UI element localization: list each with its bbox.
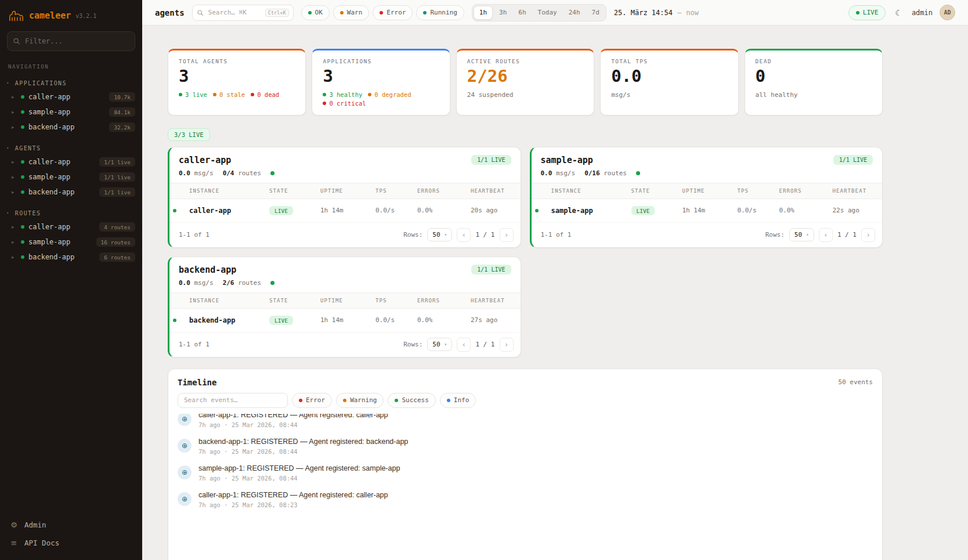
main-scroll-area[interactable]: TOTAL AGENTS 3 3 live 0 stale 0 dead APP… bbox=[142, 26, 968, 560]
timeline-chip-warning[interactable]: Warning bbox=[336, 393, 384, 408]
range-1h[interactable]: 1h bbox=[474, 6, 493, 20]
tps-value: 0.0 bbox=[179, 169, 190, 177]
live-count-badge: 1/1 LIVE bbox=[471, 155, 511, 165]
instance-row[interactable]: caller-app LIVE 1h 14m 0.0/s 0.0% 20s ag… bbox=[169, 198, 521, 222]
nav-heading: NAVIGATION bbox=[0, 53, 142, 70]
filter-chip-warn[interactable]: Warn bbox=[333, 5, 370, 20]
footer-label: Admin bbox=[24, 521, 46, 529]
range-7d[interactable]: 7d bbox=[587, 6, 605, 20]
rows-per-page-select[interactable]: 50 ▾ bbox=[427, 228, 452, 241]
status-dot bbox=[308, 11, 312, 15]
item-badge: 4 routes bbox=[99, 222, 135, 232]
collapse-marker-icon: · bbox=[5, 211, 11, 215]
chip-label: Running bbox=[430, 9, 457, 16]
rows-label: Rows: bbox=[403, 231, 422, 239]
col-header: INSTANCE bbox=[186, 292, 266, 308]
sidebar-item-admin[interactable]: ⚙ Admin bbox=[9, 521, 133, 529]
app-logo[interactable]: cameleer v3.2.1 bbox=[0, 0, 142, 26]
avatar[interactable]: AD bbox=[940, 5, 955, 20]
state-badge: LIVE bbox=[631, 206, 655, 215]
col-header: UPTIME bbox=[317, 292, 372, 308]
chevron-right-icon: ▸ bbox=[12, 224, 17, 230]
chevron-right-icon: ▸ bbox=[12, 124, 17, 130]
range-today[interactable]: Today bbox=[533, 6, 562, 20]
instance-row[interactable]: sample-app LIVE 1h 14m 0.0/s 0.0% 22s ag… bbox=[532, 198, 883, 222]
prev-page-button[interactable]: ‹ bbox=[819, 228, 833, 242]
stat-value: 2/26 bbox=[467, 67, 583, 86]
timeline-event: ⊕ backend-app-1: REGISTERED — Agent regi… bbox=[178, 433, 873, 460]
sidebar-agent-backend-app[interactable]: ▸ backend-app 1/1 live bbox=[0, 185, 142, 200]
sidebar-agent-caller-app[interactable]: ▸ caller-app 1/1 live bbox=[0, 154, 142, 169]
instance-row[interactable]: backend-app LIVE 1h 14m 0.0/s 0.0% 27s a… bbox=[169, 308, 521, 332]
chevron-right-icon: ▸ bbox=[12, 159, 17, 165]
tps-cell: 0.0/s bbox=[372, 308, 414, 332]
status-dot bbox=[535, 209, 539, 212]
username[interactable]: admin bbox=[912, 9, 933, 17]
item-badge: 1/1 live bbox=[99, 157, 135, 167]
uptime-cell: 1h 14m bbox=[679, 198, 734, 222]
sidebar-app-caller-app[interactable]: ▸ caller-app 10.7k bbox=[0, 89, 142, 104]
timeline-events-list[interactable]: ⊕ caller-app-1: REGISTERED — Agent regis… bbox=[168, 414, 882, 560]
next-page-button[interactable]: › bbox=[500, 338, 514, 352]
filter-chip-running[interactable]: Running bbox=[416, 5, 464, 20]
item-label: caller-app bbox=[28, 158, 95, 166]
timeline-chip-error[interactable]: Error bbox=[292, 393, 332, 408]
sidebar-route-caller-app[interactable]: ▸ caller-app 4 routes bbox=[0, 219, 142, 234]
rows-per-page-select[interactable]: 50 ▾ bbox=[789, 228, 814, 241]
rows-per-page-select[interactable]: 50 ▾ bbox=[427, 338, 452, 351]
chevron-right-icon: ▸ bbox=[12, 109, 17, 115]
timeline-panel: Timeline 50 events Error Warning bbox=[168, 368, 883, 560]
chip-label: Warn bbox=[347, 9, 363, 16]
prev-page-button[interactable]: ‹ bbox=[457, 338, 471, 352]
range-3h[interactable]: 3h bbox=[494, 6, 512, 20]
range-24h[interactable]: 24h bbox=[564, 6, 586, 20]
collapse-marker-icon: · bbox=[5, 81, 11, 85]
uptime-cell: 1h 14m bbox=[317, 198, 372, 222]
timeline-search-input[interactable] bbox=[178, 393, 288, 408]
timeline-chip-success[interactable]: Success bbox=[388, 393, 435, 408]
global-search[interactable]: Ctrl+K bbox=[192, 5, 294, 21]
timeline-chip-info[interactable]: Info bbox=[440, 393, 476, 408]
col-header: HEARTBEAT bbox=[829, 183, 883, 198]
instances-table: INSTANCE STATE UPTIME TPS ERRORS HEARTBE… bbox=[532, 183, 883, 223]
sidebar-app-backend-app[interactable]: ▸ backend-app 32.2k bbox=[0, 120, 142, 135]
next-page-button[interactable]: › bbox=[861, 228, 875, 242]
section-label: ROUTES bbox=[15, 210, 41, 216]
range-6h[interactable]: 6h bbox=[513, 6, 531, 20]
sidebar-item-api-docs[interactable]: ≡ API Docs bbox=[9, 539, 133, 547]
sidebar-route-sample-app[interactable]: ▸ sample-app 16 routes bbox=[0, 234, 142, 250]
sidebar-filter-input[interactable] bbox=[7, 31, 135, 51]
time-range-selector: 1h 3h 6h Today 24h 7d bbox=[472, 4, 606, 21]
stat-label: ACTIVE ROUTES bbox=[467, 58, 583, 64]
timeline-header: Timeline 50 events bbox=[168, 369, 882, 393]
section-header-routes[interactable]: · ROUTES bbox=[0, 209, 142, 219]
date-range-picker[interactable]: 25. März 14:54 — now bbox=[614, 9, 699, 17]
stat-subtext: msg/s bbox=[611, 91, 727, 99]
section-label: AGENTS bbox=[15, 145, 41, 151]
page-title: agents bbox=[155, 8, 185, 17]
next-page-button[interactable]: › bbox=[500, 228, 514, 242]
live-status-badge[interactable]: LIVE bbox=[848, 5, 886, 20]
timeline-title: Timeline bbox=[178, 378, 216, 387]
sidebar-agent-sample-app[interactable]: ▸ sample-app 1/1 live bbox=[0, 169, 142, 185]
dark-mode-toggle[interactable]: ☾ bbox=[893, 7, 905, 19]
stat-card-total-agents: TOTAL AGENTS 3 3 live 0 stale 0 dead bbox=[168, 49, 306, 115]
section-header-agents[interactable]: · AGENTS bbox=[0, 144, 142, 154]
stat-card-total-tps: TOTAL TPS 0.0 msg/s bbox=[600, 49, 738, 115]
prev-page-button[interactable]: ‹ bbox=[457, 228, 471, 242]
footer-label: API Docs bbox=[24, 539, 59, 547]
tps-value: 0.0 bbox=[179, 279, 190, 287]
tps-unit: msg/s bbox=[556, 169, 575, 177]
section-header-applications[interactable]: · APPLICATIONS bbox=[0, 79, 142, 89]
stat-value: 3 bbox=[323, 67, 439, 86]
col-header: INSTANCE bbox=[548, 183, 628, 198]
sidebar-route-backend-app[interactable]: ▸ backend-app 6 routes bbox=[0, 250, 142, 265]
content: TOTAL AGENTS 3 3 live 0 stale 0 dead APP… bbox=[168, 49, 883, 560]
sidebar-app-sample-app[interactable]: ▸ sample-app 84.1k bbox=[0, 104, 142, 120]
chip-label: Success bbox=[402, 396, 428, 404]
status-dot bbox=[447, 399, 450, 402]
filter-chip-error[interactable]: Error bbox=[373, 5, 413, 20]
heartbeat-cell: 20s ago bbox=[467, 198, 521, 222]
filter-chip-ok[interactable]: OK bbox=[301, 5, 330, 20]
global-search-input[interactable] bbox=[207, 8, 262, 17]
